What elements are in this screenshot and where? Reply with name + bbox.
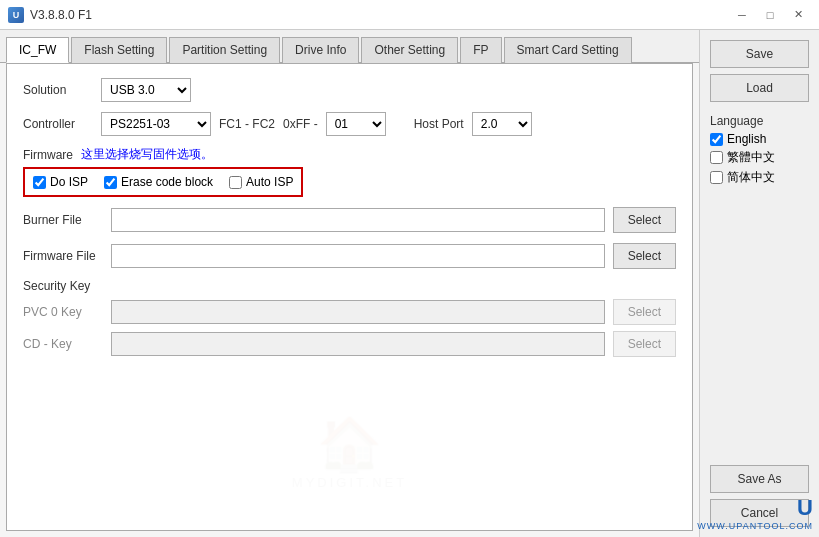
save-button[interactable]: Save [710, 40, 809, 68]
auto-isp-label: Auto ISP [246, 175, 293, 189]
security-section: Security Key PVC 0 Key Select CD - Key S… [23, 279, 676, 357]
lang-traditional-checkbox[interactable] [710, 151, 723, 164]
fc-label: FC1 - FC2 [219, 117, 275, 131]
firmware-hint: 这里选择烧写固件选项。 [81, 146, 213, 163]
firmware-file-row: Firmware File Select [23, 243, 676, 269]
select-firmware-button[interactable]: Select [613, 243, 676, 269]
tab-fp[interactable]: FP [460, 37, 501, 63]
content-area: Solution USB 3.0 Controller PS2251-03 FC… [6, 63, 693, 531]
titlebar: U V3.8.8.0 F1 ─ □ ✕ [0, 0, 819, 30]
controller-select[interactable]: PS2251-03 [101, 112, 211, 136]
save-as-button[interactable]: Save As [710, 465, 809, 493]
burner-file-row: Burner File Select [23, 207, 676, 233]
tab-smart-card-setting[interactable]: Smart Card Setting [504, 37, 632, 63]
firmware-title: Firmware [23, 148, 73, 162]
auto-isp-checkbox-item[interactable]: Auto ISP [229, 175, 293, 189]
pvc-key-row: PVC 0 Key Select [23, 299, 676, 325]
pvc-key-label: PVC 0 Key [23, 305, 103, 319]
host-port-label: Host Port [414, 117, 464, 131]
close-button[interactable]: ✕ [785, 4, 811, 26]
watermark-text: MYDIGIT.NET [292, 475, 407, 490]
language-section: Language English 繁體中文 简体中文 [710, 114, 809, 189]
window-controls: ─ □ ✕ [729, 4, 811, 26]
side-bottom: Save As Cancel [710, 465, 809, 527]
burner-file-label: Burner File [23, 213, 103, 227]
cancel-button[interactable]: Cancel [710, 499, 809, 527]
security-section-title: Security Key [23, 279, 676, 293]
firmware-section: Firmware 这里选择烧写固件选项。 Do ISP Erase code b… [23, 146, 676, 269]
cd-key-row: CD - Key Select [23, 331, 676, 357]
tab-bar: IC_FW Flash Setting Partition Setting Dr… [0, 30, 699, 63]
lang-english-checkbox[interactable] [710, 133, 723, 146]
cd-key-input [111, 332, 605, 356]
tab-flash-setting[interactable]: Flash Setting [71, 37, 167, 63]
maximize-button[interactable]: □ [757, 4, 783, 26]
tab-drive-info[interactable]: Drive Info [282, 37, 359, 63]
lang-english-item[interactable]: English [710, 132, 809, 146]
select-pvc-button: Select [613, 299, 676, 325]
do-isp-label: Do ISP [50, 175, 88, 189]
erase-code-block-checkbox[interactable] [104, 176, 117, 189]
solution-select[interactable]: USB 3.0 [101, 78, 191, 102]
lang-english-label: English [727, 132, 766, 146]
pvc-key-input [111, 300, 605, 324]
do-isp-checkbox[interactable] [33, 176, 46, 189]
select-cd-button: Select [613, 331, 676, 357]
tab-other-setting[interactable]: Other Setting [361, 37, 458, 63]
tab-partition-setting[interactable]: Partition Setting [169, 37, 280, 63]
do-isp-checkbox-item[interactable]: Do ISP [33, 175, 88, 189]
solution-row: Solution USB 3.0 [23, 78, 676, 102]
controller-row: Controller PS2251-03 FC1 - FC2 0xFF - 01… [23, 112, 676, 136]
firmware-label-row: Firmware 这里选择烧写固件选项。 [23, 146, 676, 163]
minimize-button[interactable]: ─ [729, 4, 755, 26]
auto-isp-checkbox[interactable] [229, 176, 242, 189]
load-button[interactable]: Load [710, 74, 809, 102]
lang-simplified-checkbox[interactable] [710, 171, 723, 184]
window-title: V3.8.8.0 F1 [30, 8, 729, 22]
right-panel: Save Load Language English 繁體中文 简体中文 Sav… [699, 30, 819, 537]
solution-label: Solution [23, 83, 93, 97]
firmware-file-input[interactable] [111, 244, 605, 268]
checkbox-row: Do ISP Erase code block Auto ISP [23, 167, 303, 197]
cd-key-label: CD - Key [23, 337, 103, 351]
watermark: 🏠 MYDIGIT.NET [292, 414, 407, 490]
lang-traditional-item[interactable]: 繁體中文 [710, 149, 809, 166]
erase-code-block-label: Erase code block [121, 175, 213, 189]
fc-hex: 0xFF - [283, 117, 318, 131]
burner-file-input[interactable] [111, 208, 605, 232]
app-icon: U [8, 7, 24, 23]
language-title: Language [710, 114, 809, 128]
main-window: IC_FW Flash Setting Partition Setting Dr… [0, 30, 819, 537]
firmware-file-label: Firmware File [23, 249, 103, 263]
lang-traditional-label: 繁體中文 [727, 149, 775, 166]
erase-code-block-checkbox-item[interactable]: Erase code block [104, 175, 213, 189]
fc-value-select[interactable]: 01 [326, 112, 386, 136]
lang-simplified-label: 简体中文 [727, 169, 775, 186]
tab-ic-fw[interactable]: IC_FW [6, 37, 69, 63]
host-port-select[interactable]: 2.0 [472, 112, 532, 136]
select-burner-button[interactable]: Select [613, 207, 676, 233]
controller-label: Controller [23, 117, 93, 131]
lang-simplified-item[interactable]: 简体中文 [710, 169, 809, 186]
left-panel: IC_FW Flash Setting Partition Setting Dr… [0, 30, 699, 537]
